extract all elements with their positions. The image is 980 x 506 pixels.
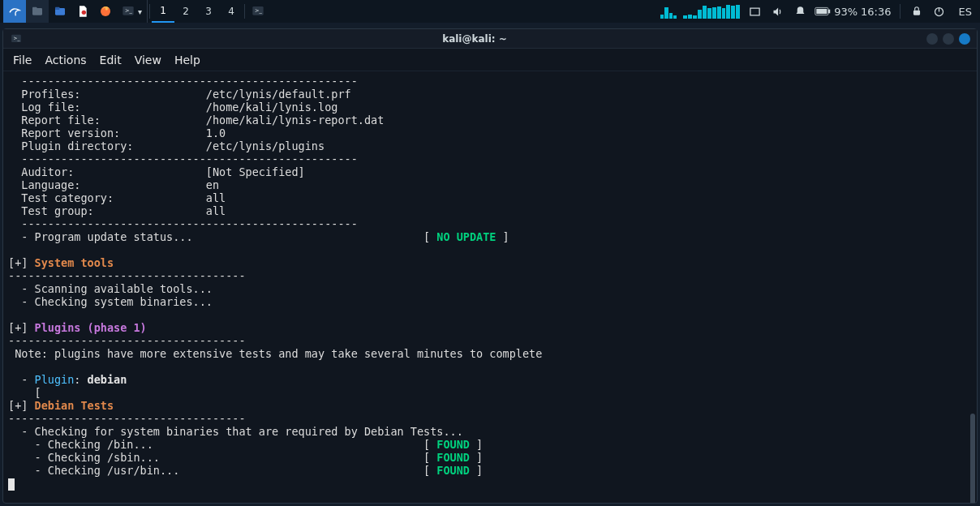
terminal-cursor xyxy=(8,478,15,491)
svg-rect-1 xyxy=(32,7,37,10)
workspace-3[interactable]: 3 xyxy=(197,0,220,23)
workspace-1[interactable]: 1 xyxy=(152,0,174,23)
workspace-4[interactable]: 4 xyxy=(220,0,243,23)
svg-point-4 xyxy=(82,11,86,15)
cpu-graph-icon[interactable] xyxy=(660,4,677,19)
close-button[interactable] xyxy=(959,33,970,45)
svg-rect-3 xyxy=(55,7,59,10)
text-editor-icon[interactable] xyxy=(71,0,94,23)
svg-rect-14 xyxy=(913,11,919,15)
terminal-launcher[interactable]: >_ ▾ xyxy=(117,0,148,23)
top-panel: >_ ▾ 1 2 3 4 >_ 93% xyxy=(0,0,980,23)
minimize-button[interactable] xyxy=(926,33,938,45)
chevron-down-icon: ▾ xyxy=(138,7,142,16)
menu-actions[interactable]: Actions xyxy=(45,54,86,66)
battery-percent: 93% xyxy=(834,6,858,18)
keyboard-layout[interactable]: ES xyxy=(954,6,977,18)
svg-rect-13 xyxy=(816,9,827,14)
titlebar[interactable]: >_ kali@kali: ~ xyxy=(3,29,977,49)
svg-text:>_: >_ xyxy=(255,7,263,14)
volume-icon[interactable] xyxy=(769,6,785,18)
workspace-2[interactable]: 2 xyxy=(174,0,197,23)
notifications-icon[interactable] xyxy=(792,6,808,18)
window-title: kali@kali: ~ xyxy=(23,33,926,45)
menu-edit[interactable]: Edit xyxy=(100,54,122,66)
terminal-window: >_ kali@kali: ~ File Actions Edit View H… xyxy=(2,28,978,504)
file-manager-icon[interactable] xyxy=(49,0,71,23)
kali-menu-icon[interactable] xyxy=(3,0,26,23)
files-icon[interactable] xyxy=(26,0,49,23)
taskbar-terminal-icon[interactable]: >_ xyxy=(247,0,269,23)
window-terminal-icon: >_ xyxy=(10,32,23,45)
battery-indicator[interactable]: 93% 16:36 xyxy=(815,6,891,18)
scrollbar-thumb[interactable] xyxy=(970,414,975,503)
svg-text:>_: >_ xyxy=(125,7,133,14)
firefox-icon[interactable] xyxy=(94,0,117,23)
workspace-overview-icon[interactable] xyxy=(746,6,763,18)
net-graph-icon[interactable] xyxy=(683,4,740,19)
menu-help[interactable]: Help xyxy=(174,54,200,66)
power-icon[interactable] xyxy=(931,6,948,18)
svg-rect-10 xyxy=(750,8,759,15)
svg-rect-12 xyxy=(828,10,830,14)
maximize-button[interactable] xyxy=(943,33,954,45)
menu-file[interactable]: File xyxy=(13,54,32,66)
svg-text:>_: >_ xyxy=(14,36,20,41)
lock-icon[interactable] xyxy=(909,6,925,17)
clock: 16:36 xyxy=(861,6,891,18)
menubar: File Actions Edit View Help xyxy=(3,49,977,71)
terminal-output[interactable]: ----------------------------------------… xyxy=(3,71,977,503)
menu-view[interactable]: View xyxy=(135,54,161,66)
